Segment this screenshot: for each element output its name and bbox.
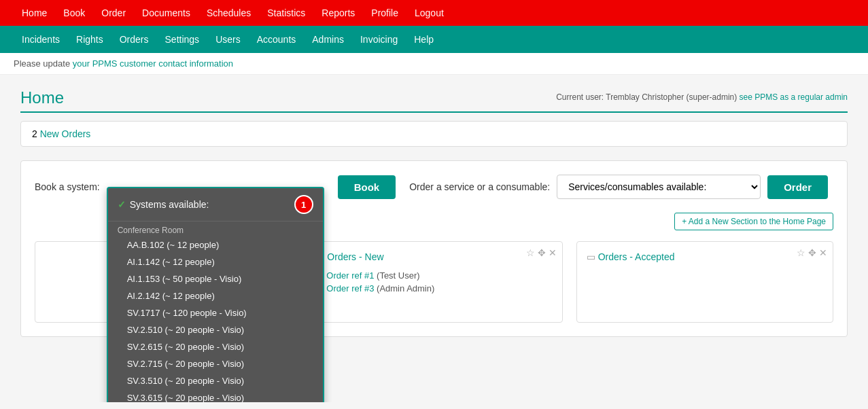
sec-nav-help[interactable]: Help [406, 26, 442, 53]
widget-icon-close-2[interactable]: ✕ [549, 247, 557, 258]
dropdown-item-5[interactable]: SV.2.510 (~ 20 people - Visio) [108, 321, 323, 338]
order-section-label: Order a service or a consumable: [409, 181, 550, 192]
sec-nav-users[interactable]: Users [207, 26, 249, 53]
orders-accepted-expand-icon: ▭ [587, 251, 595, 262]
dropdown-badge: 1 [294, 195, 313, 214]
dropdown-item-4[interactable]: SV.1717 (~ 120 people - Visio) [108, 304, 323, 321]
dropdown-item-0[interactable]: AA.B.102 (~ 12 people) [108, 236, 323, 253]
top-nav: Home Book Order Documents Schedules Stat… [0, 0, 868, 26]
order-ref-3-link[interactable]: Order ref #3 (Admin Admin) [315, 282, 552, 295]
dropdown-header: ✓ Systems available: 1 [108, 188, 323, 221]
dropdown-group-label: Conference Room [108, 221, 323, 236]
system-dropdown-menu[interactable]: ✓ Systems available: 1 Conference Room A… [107, 187, 324, 402]
orders-accepted-title[interactable]: ▭ Orders - Accepted [587, 251, 823, 262]
new-orders-count: 2 [32, 128, 37, 139]
dropdown-item-6[interactable]: SV.2.615 (~ 20 people - Visio) [108, 338, 323, 355]
widget-icons-orders-accepted: ☆ ✥ ✕ [797, 247, 827, 258]
cards-area: Book a system: ✓ Systems available: 1 Co… [20, 160, 848, 337]
widget-icon-move-2[interactable]: ✥ [538, 247, 546, 258]
orders-new-title[interactable]: ▭ Orders - New [315, 251, 552, 262]
book-button[interactable]: Book [338, 175, 396, 199]
services-select[interactable]: Services/consumables available: [557, 175, 761, 199]
new-orders-link[interactable]: New Orders [40, 128, 91, 139]
dropdown-item-2[interactable]: AI.1.153 (~ 50 people - Visio) [108, 270, 323, 287]
ppms-link[interactable]: your PPMS customer contact information [73, 58, 233, 69]
current-user-info: Current user: Tremblay Christopher (supe… [556, 92, 848, 102]
nav-profile[interactable]: Profile [363, 0, 406, 26]
order-ref-1-link[interactable]: Order ref #1 (Test User) [315, 269, 552, 282]
book-section: Book a system: ✓ Systems available: 1 Co… [35, 175, 396, 199]
sec-nav-rights[interactable]: Rights [68, 26, 111, 53]
sec-nav-admins[interactable]: Admins [304, 26, 352, 53]
nav-reports[interactable]: Reports [313, 0, 363, 26]
sec-nav: Incidents Rights Orders Settings Users A… [0, 26, 868, 53]
checkmark-icon: ✓ [118, 199, 126, 210]
dropdown-item-7[interactable]: SV.2.715 (~ 20 people - Visio) [108, 355, 323, 372]
new-orders-banner: 2 New Orders [20, 121, 848, 147]
dropdown-item-1[interactable]: AI.1.142 (~ 12 people) [108, 253, 323, 270]
main-content: Current user: Tremblay Christopher (supe… [0, 75, 868, 402]
widget-icon-close-3[interactable]: ✕ [819, 247, 827, 258]
sec-nav-settings[interactable]: Settings [157, 26, 208, 53]
sec-nav-incidents[interactable]: Incidents [14, 26, 68, 53]
info-bar: Please update your PPMS customer contact… [0, 53, 868, 75]
nav-logout[interactable]: Logout [406, 0, 452, 26]
see-as-regular-admin-link[interactable]: see PPMS as a regular admin [740, 92, 848, 102]
sec-nav-invoicing[interactable]: Invoicing [352, 26, 406, 53]
dropdown-item-8[interactable]: SV.3.510 (~ 20 people - Visio) [108, 372, 323, 389]
dropdown-item-9[interactable]: SV.3.615 (~ 20 people - Visio) [108, 389, 323, 402]
add-section-button[interactable]: + Add a New Section to the Home Page [674, 213, 833, 230]
nav-schedules[interactable]: Schedules [198, 0, 259, 26]
nav-book[interactable]: Book [55, 0, 93, 26]
widget-icons-orders-new: ☆ ✥ ✕ [526, 247, 557, 258]
dropdown-selected-label: Systems available: [130, 199, 209, 210]
order-section: Order a service or a consumable: Service… [409, 175, 828, 199]
nav-statistics[interactable]: Statistics [259, 0, 313, 26]
book-order-row: Book a system: ✓ Systems available: 1 Co… [35, 175, 833, 199]
widget-icon-star-2[interactable]: ☆ [526, 247, 535, 258]
info-bar-text: Please update [14, 58, 73, 69]
book-section-label: Book a system: [35, 181, 100, 192]
nav-documents[interactable]: Documents [134, 0, 198, 26]
widget-card-orders-new: ☆ ✥ ✕ ▭ Orders - New Order ref #1 (Test … [305, 241, 562, 323]
order-button[interactable]: Order [767, 175, 828, 199]
widget-icon-move-3[interactable]: ✥ [808, 247, 816, 258]
nav-home[interactable]: Home [14, 0, 55, 26]
dropdown-item-3[interactable]: AI.2.142 (~ 12 people) [108, 287, 323, 304]
sec-nav-orders[interactable]: Orders [111, 26, 157, 53]
sec-nav-accounts[interactable]: Accounts [249, 26, 305, 53]
widget-card-orders-accepted: ☆ ✥ ✕ ▭ Orders - Accepted [576, 241, 833, 323]
nav-order[interactable]: Order [93, 0, 134, 26]
widget-icon-star-3[interactable]: ☆ [797, 247, 805, 258]
